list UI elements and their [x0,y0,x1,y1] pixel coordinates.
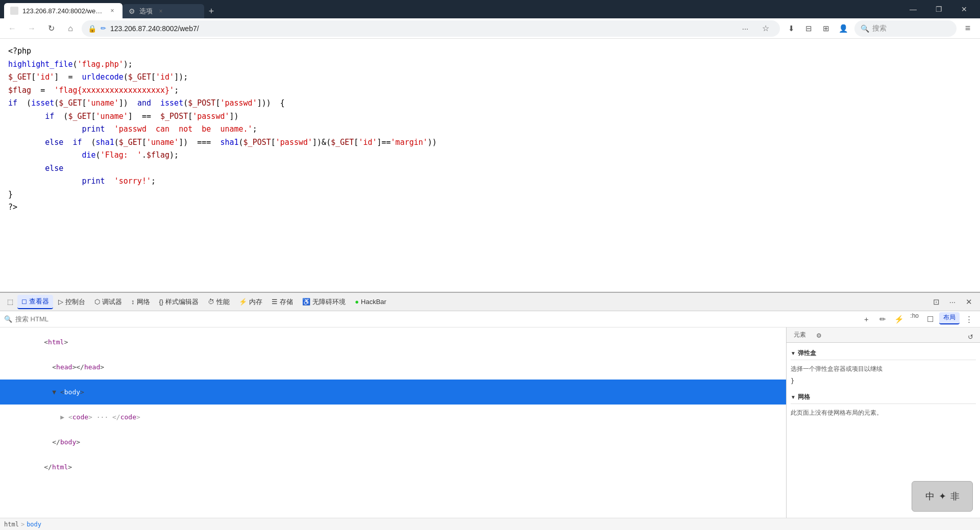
style-editor-icon: {} [159,298,164,306]
devtools-tab-inspector[interactable]: ◻ 查看器 [17,295,53,309]
accessibility-label: 无障碍环境 [312,297,346,307]
devtools-toolbar: ⬚ ◻ 查看器 ▷ 控制台 ⬡ 调试器 ↕ 网络 {} 样式编辑器 [0,293,980,311]
synced-tabs-btn[interactable]: ⊞ [818,20,834,37]
html-tree-panel: <html> <head></head> ▼ <body> ▶ <code> ·… [0,327,786,518]
devtools-tab-debugger[interactable]: ⬡ 调试器 [90,295,126,309]
settings-btn[interactable]: ⋮ [962,312,976,326]
address-bar: ← → ↻ ⌂ 🔒 ✏ 123.206.87.240:8002/web7/ ··… [0,18,980,39]
rp-tab-settings[interactable]: ⚙ [811,330,827,342]
https-icon: 🔒 [88,24,96,33]
toggle-mode-btn[interactable]: ☐ [923,312,937,326]
tab-options-gear-icon: ⚙ [129,7,135,15]
flexbox-close-brace: } [791,375,976,387]
refresh-button[interactable]: ↻ [43,20,59,37]
flexbox-arrow-icon: ▼ [791,350,796,356]
devtools-tab-style-editor[interactable]: {} 样式编辑器 [155,295,203,309]
floating-icon-1: ✦ [939,491,946,502]
code-line-5: if (isset($_GET['uname']) and isset($_PO… [8,97,972,110]
forward-button[interactable]: → [23,20,40,37]
grid-arrow-icon: ▼ [791,394,796,400]
console-icon: ▷ [58,298,63,306]
window-controls: — ❐ ✕ [901,1,976,17]
devtools-tab-memory[interactable]: ⚡ 内存 [235,295,266,309]
restore-button[interactable]: ❐ [927,1,950,17]
html-node-html-close[interactable]: </html> [0,455,786,479]
code-line-1: <?php [8,45,972,58]
home-button[interactable]: ⌂ [62,20,79,37]
flexbox-section-title: ▼ 弹性盒 [791,347,976,360]
add-node-btn[interactable]: + [859,312,873,326]
breadcrumb-body[interactable]: body [27,521,41,528]
close-button[interactable]: ✕ [952,1,976,17]
devtools-tab-performance[interactable]: ⏱ 性能 [204,295,234,309]
filter-btn[interactable]: ⚡ [892,312,906,326]
console-label: 控制台 [65,297,85,307]
devtools-tab-storage[interactable]: ☰ 存储 [267,295,297,309]
storage-icon: ☰ [272,298,278,306]
search-html-input[interactable] [15,315,856,323]
more-options-btn[interactable]: ··· [737,20,753,37]
network-label: 网络 [137,297,150,307]
devtools-breadcrumb: html > body [0,518,980,530]
code-line-16: print 'sorry!'; [8,175,972,188]
performance-label: 性能 [216,297,230,307]
style-editor-label: 样式编辑器 [165,297,199,307]
bookmark-btn[interactable]: ☆ [757,20,774,37]
rp-tab-elements[interactable]: 元素 [789,329,811,342]
back-button[interactable]: ← [4,20,20,37]
layout-btn[interactable]: 布局 [939,312,960,324]
code-line-18: } [8,188,972,201]
devtools-tab-hackbar[interactable]: ● HackBar [351,295,390,309]
minimize-button[interactable]: — [901,1,925,17]
floating-tool-box[interactable]: 中 ✦ 非 [912,481,973,512]
accessibility-icon: ♿ [302,298,310,306]
devtools-more-btn[interactable]: ··· [945,295,960,309]
new-tab-button[interactable]: + [204,4,218,18]
html-node-head[interactable]: <head></head> [0,355,786,380]
tab-active[interactable]: 123.206.87.240:8002/web7/ × [4,3,122,18]
account-btn[interactable]: 👤 [835,20,851,37]
floating-text-1: 中 [925,490,935,502]
download-btn[interactable]: ⬇ [783,20,799,37]
bookmarks-btn[interactable]: ⊟ [800,20,817,37]
tab-options[interactable]: ⚙ 选项 × [122,4,204,18]
search-box[interactable]: 🔍 搜索 [854,20,957,37]
right-panel-tools: ↺ [963,331,978,342]
tab-close-btn[interactable]: × [108,7,116,15]
code-line-12: die('Flag: '.$flag); [8,149,972,162]
code-line-8: print 'passwd can not be uname.'; [8,123,972,136]
hackbar-label: HackBar [361,298,386,306]
menu-btn[interactable]: ≡ [960,20,976,37]
devtools-tab-console[interactable]: ▷ 控制台 [54,295,89,309]
grid-description: 此页面上没有使网格布局的元素。 [791,406,976,419]
tab-options-close-btn[interactable]: × [157,7,165,15]
inspector-label: 查看器 [29,297,49,306]
html-node-body[interactable]: ▼ <body> [0,380,786,405]
code-line-14: else [8,162,972,175]
flexbox-description: 选择一个弹性盒容器或项目以继续 [791,362,976,375]
rp-refresh-btn[interactable]: ↺ [965,331,976,342]
html-node-code[interactable]: ▶ <code> ··· </code> [0,405,786,430]
devtools-undock-btn[interactable]: ⊡ [929,295,943,309]
memory-icon: ⚡ [239,298,247,306]
titlebar: 123.206.87.240:8002/web7/ × ⚙ 选项 × + — ❐… [0,0,980,18]
breadcrumb-html[interactable]: html [4,521,19,528]
code-line-3: $_GET['id'] = urldecode($_GET['id']); [8,71,972,84]
html-node-body-close[interactable]: </body> [0,430,786,455]
devtools-tab-network[interactable]: ↕ 网络 [127,295,154,309]
storage-label: 存储 [280,297,293,307]
hackbar-icon: ● [355,298,359,306]
devtools-close-btn[interactable]: ✕ [962,295,976,309]
performance-icon: ⏱ [208,298,214,306]
code-line-4: $flag = 'flag{xxxxxxxxxxxxxxxxxx}'; [8,84,972,97]
devtools-tab-accessibility[interactable]: ♿ 无障碍环境 [298,295,350,309]
devtools-inspect-btn[interactable]: ⬚ [4,295,16,309]
edit-icon: ✏ [101,24,106,32]
breadcrumb-sep-1: > [21,521,24,528]
devtools-right-controls: ⊡ ··· ✕ [929,295,976,309]
code-display: <?php highlight_file('flag.php'); $_GET[… [0,39,980,295]
edit-node-btn[interactable]: ✏ [875,312,890,326]
html-node-html[interactable]: <html> [0,330,786,355]
url-bar[interactable]: 🔒 ✏ 123.206.87.240:8002/web7/ ··· ☆ [82,20,780,37]
devtools-search-bar: 🔍 + ✏ ⚡ :ho ☐ 布局 ⋮ [0,311,980,327]
